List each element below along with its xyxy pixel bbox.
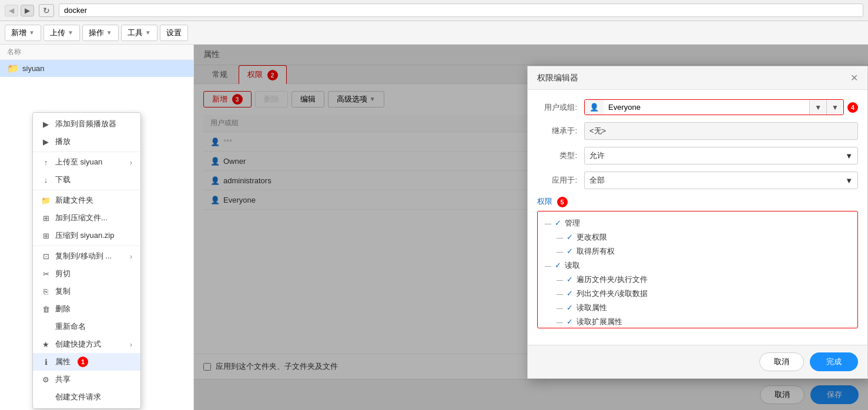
user-filter-button[interactable]: ▼	[826, 100, 843, 115]
perm-tree-item: — ✓ 列出文件夹/读取数据	[545, 287, 850, 301]
refresh-button[interactable]: ↻	[39, 4, 54, 17]
menu-item-copymove[interactable]: ⊡ 复制到/移动到 ... ›	[33, 247, 140, 265]
menu-item-share[interactable]: ⚙ 共享	[33, 371, 140, 388]
menu-item-compresszip-label: 压缩到 siyuan.zip	[55, 230, 114, 241]
menu-item-filerequest[interactable]: 创建文件请求	[33, 388, 140, 406]
file-tree-header: 名称	[0, 45, 193, 60]
tree-item-siyuan[interactable]: 📁 siyuan	[0, 60, 193, 77]
tools-arrow-icon: ▼	[145, 29, 151, 36]
operate-arrow-icon: ▼	[106, 29, 112, 36]
delete-icon: 🗑	[41, 305, 51, 314]
check-icon: ✓	[555, 219, 561, 227]
settings-button[interactable]: 设置	[160, 25, 188, 41]
operate-button[interactable]: 操作 ▼	[82, 25, 119, 41]
check-icon: ✓	[567, 303, 573, 312]
tools-label: 工具	[128, 28, 143, 38]
menu-item-filerequest-label: 创建文件请求	[55, 392, 101, 402]
info-icon: ℹ	[41, 358, 51, 367]
tree-connector-icon: —	[557, 318, 563, 325]
left-panel: 名称 📁 siyuan ▶ 添加到音频播放器 ▶ 播放 ↑ 上传至 siyuan…	[0, 45, 194, 410]
operate-label: 操作	[89, 28, 104, 38]
modal-header: 权限编辑器 ✕	[528, 66, 867, 90]
menu-divider-1	[33, 152, 140, 152]
modal-overlay: 权限编辑器 ✕ 用户或组: 👤 ▼ ▼	[194, 45, 868, 410]
menu-item-newfolder[interactable]: 📁 新建文件夹	[33, 191, 140, 209]
menu-divider-2	[33, 190, 140, 190]
type-select[interactable]: 允许 ▼	[584, 147, 858, 164]
permissions-section: 权限 5 — ✓ 管理 — ✓ 更改权限 — ✓ 取得所有权 — ✓ 读取 — …	[537, 196, 858, 328]
upload-arrow-icon: ▼	[68, 29, 73, 36]
shortcut-icon: ★	[41, 340, 51, 349]
perm-tree-item: — ✓ 读取扩展属性	[545, 315, 850, 328]
menu-item-cut[interactable]: ✂ 剪切	[33, 265, 140, 283]
menu-item-share-label: 共享	[55, 374, 71, 385]
menu-item-delete-label: 删除	[55, 304, 71, 314]
nav-back-button[interactable]: ◀	[5, 5, 18, 16]
menu-item-upload-label: 上传至 siyuan	[55, 157, 102, 167]
perm-tree-label: 取得所有权	[577, 246, 615, 257]
address-bar[interactable]	[59, 4, 863, 17]
nav-forward-button[interactable]: ▶	[21, 5, 34, 16]
menu-divider-3	[33, 246, 140, 246]
menu-item-delete[interactable]: 🗑 删除	[33, 300, 140, 318]
badge-5: 5	[557, 197, 568, 207]
perm-tree-item: — ✓ 更改权限	[545, 230, 850, 244]
tree-connector-icon: —	[557, 290, 563, 297]
menu-item-shortcut-label: 创建快捷方式	[55, 339, 101, 349]
menu-item-rename-label: 重新命名	[55, 321, 86, 332]
add-button[interactable]: 新增 ▼	[5, 25, 41, 41]
modal-cancel-button[interactable]: 取消	[759, 352, 804, 371]
perm-tree-item: — ✓ 遍历文件夹/执行文件	[545, 273, 850, 287]
top-bar: ◀ ▶ ↻	[0, 0, 868, 21]
perm-tree-label: 读取	[565, 260, 580, 271]
menu-item-cut-label: 剪切	[55, 268, 71, 279]
perm-tree-label: 列出文件夹/读取数据	[577, 288, 648, 299]
tools-button[interactable]: 工具 ▼	[121, 25, 157, 41]
user-group-input-group: 👤 ▼ ▼	[584, 99, 844, 115]
user-group-input[interactable]	[604, 100, 809, 115]
type-value: 允许	[589, 150, 605, 161]
menu-item-upload[interactable]: ↑ 上传至 siyuan ›	[33, 153, 140, 171]
menu-item-properties[interactable]: ℹ 属性 1	[33, 353, 140, 371]
tree-connector-icon: —	[545, 262, 551, 269]
menu-item-play[interactable]: ▶ 播放	[33, 133, 140, 150]
context-menu: ▶ 添加到音频播放器 ▶ 播放 ↑ 上传至 siyuan › ↓ 下载 📁 新建…	[32, 112, 141, 409]
copymove-icon: ⊡	[41, 252, 51, 261]
main-container: 名称 📁 siyuan ▶ 添加到音频播放器 ▶ 播放 ↑ 上传至 siyuan…	[0, 45, 868, 410]
upload-button[interactable]: 上传 ▼	[43, 25, 80, 41]
perm-tree-label: 更改权限	[577, 232, 607, 243]
user-dropdown-button[interactable]: ▼	[809, 100, 826, 115]
menu-item-download-label: 下载	[55, 174, 71, 185]
apply-to-select[interactable]: 全部 ▼	[584, 172, 858, 189]
menu-item-addzip[interactable]: ⊞ 加到压缩文件...	[33, 209, 140, 227]
perm-tree-item: — ✓ 读取属性	[545, 301, 850, 315]
modal-close-button[interactable]: ✕	[850, 72, 858, 83]
modal-ok-button[interactable]: 完成	[810, 352, 858, 371]
menu-item-rename[interactable]: 重新命名	[33, 318, 140, 335]
tree-item-label: siyuan	[22, 64, 45, 73]
submenu-arrow3-icon: ›	[130, 340, 132, 349]
menu-item-copy[interactable]: ⎘ 复制	[33, 283, 140, 300]
modal-body: 用户或组: 👤 ▼ ▼ 4 继承于:	[528, 90, 867, 345]
folder-icon: 📁	[7, 63, 19, 74]
menu-item-shortcut[interactable]: ★ 创建快捷方式 ›	[33, 335, 140, 353]
permission-editor-modal: 权限编辑器 ✕ 用户或组: 👤 ▼ ▼	[527, 66, 868, 379]
user-group-label: 用户或组:	[537, 102, 584, 113]
submenu-arrow-icon: ›	[130, 158, 132, 167]
user-group-row: 用户或组: 👤 ▼ ▼ 4	[537, 99, 858, 115]
menu-item-compresszip[interactable]: ⊞ 压缩到 siyuan.zip	[33, 227, 140, 244]
newfolder-icon: 📁	[41, 196, 51, 205]
menu-item-newfolder-label: 新建文件夹	[55, 195, 93, 206]
menu-item-copymove-label: 复制到/移动到 ...	[55, 251, 112, 261]
menu-item-audio[interactable]: ▶ 添加到音频播放器	[33, 115, 140, 133]
play-icon: ▶	[41, 120, 51, 129]
modal-title: 权限编辑器	[537, 73, 578, 83]
upload-label: 上传	[50, 28, 65, 38]
apply-to-row: 应用于: 全部 ▼	[537, 172, 858, 189]
inherit-row: 继承于: <无>	[537, 122, 858, 140]
permissions-section-label: 权限 5	[537, 197, 568, 206]
check-icon: ✓	[567, 233, 573, 241]
menu-item-copy-label: 复制	[55, 286, 71, 297]
perm-tree-item: — ✓ 取得所有权	[545, 244, 850, 258]
menu-item-download[interactable]: ↓ 下载	[33, 171, 140, 189]
